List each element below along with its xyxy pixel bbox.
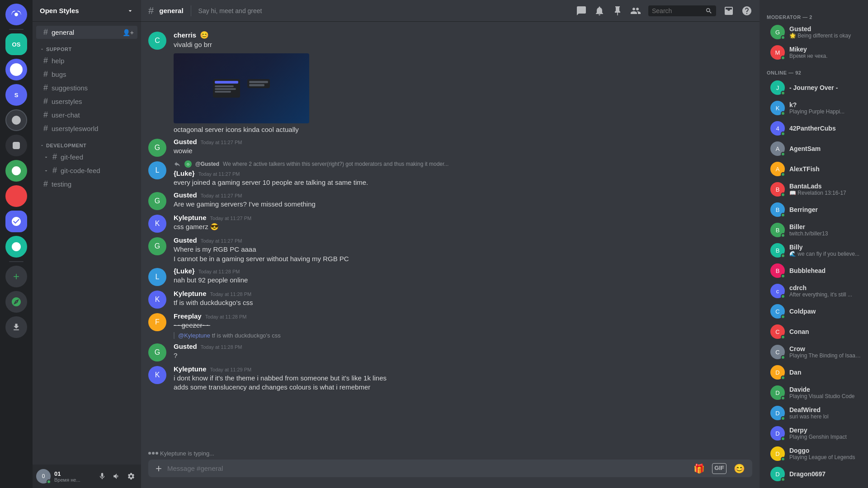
- message-image[interactable]: [174, 53, 309, 123]
- member-item-dragon0697[interactable]: D Dragon0697: [763, 464, 864, 484]
- message-author[interactable]: Gusted: [174, 191, 197, 199]
- message-author[interactable]: Kyleptune: [174, 290, 207, 297]
- server-icon-7[interactable]: [5, 211, 27, 232]
- current-user-avatar[interactable]: 0: [36, 469, 51, 483]
- server-icon-6[interactable]: [5, 185, 27, 207]
- member-item-davide[interactable]: D Davide Playing Visual Studio Code: [763, 383, 864, 403]
- member-item-dan[interactable]: D Dan: [763, 362, 864, 382]
- svg-point-0: [10, 63, 23, 76]
- channel-item-git-feed[interactable]: # git-feed: [36, 150, 137, 164]
- server-icon-8[interactable]: [5, 236, 27, 258]
- status-dot: [781, 233, 785, 238]
- server-icon-3[interactable]: [5, 109, 27, 131]
- message-header: Gusted Today at 11:28 PM: [174, 343, 752, 350]
- add-server-button[interactable]: +: [5, 266, 27, 287]
- member-item-biller[interactable]: B Biller twitch.tv/biller13: [763, 220, 864, 240]
- channel-item-testing[interactable]: # testing: [36, 178, 137, 191]
- gift-icon[interactable]: 🎁: [693, 463, 705, 474]
- pin-icon[interactable]: [612, 5, 623, 16]
- server-icon-2[interactable]: S: [5, 84, 27, 106]
- channel-item-bugs[interactable]: # bugs: [36, 68, 137, 81]
- member-item-k[interactable]: K k? Playing Purple Happi...: [763, 98, 864, 118]
- members-icon[interactable]: [630, 5, 641, 16]
- discord-home-button[interactable]: [5, 4, 27, 25]
- bell-icon[interactable]: [594, 5, 605, 16]
- member-item-bubblehead[interactable]: B Bubblehead: [763, 261, 864, 281]
- member-item-journeyover[interactable]: J - Journey Over -: [763, 78, 864, 98]
- message-timestamp: Today at 11:28 PM: [205, 314, 247, 319]
- channel-item-userstyles[interactable]: # userstyles: [36, 95, 137, 108]
- message-author[interactable]: Gusted: [174, 236, 197, 244]
- gif-button[interactable]: GIF: [712, 463, 726, 474]
- member-item-gusted[interactable]: G Gusted 🌟 Being different is okay: [763, 22, 864, 42]
- message-author[interactable]: Gusted: [174, 343, 197, 350]
- hash-icon[interactable]: [576, 5, 587, 16]
- message-author[interactable]: {Luke}: [174, 169, 195, 177]
- member-item-berringer[interactable]: B Berringer: [763, 200, 864, 220]
- message-input-box: + 🎁 GIF 😊: [148, 460, 752, 477]
- member-name: Mikey: [789, 46, 861, 53]
- message-timestamp: Today at 11:29 PM: [210, 367, 252, 372]
- inbox-icon[interactable]: [723, 5, 734, 16]
- help-icon[interactable]: [741, 5, 752, 16]
- channel-item-user-chat[interactable]: # user-chat: [36, 108, 137, 122]
- message-text-2: I cannot be in a gaming server without h…: [174, 254, 752, 264]
- message-header: Kyleptune Today at 11:28 PM: [174, 290, 752, 297]
- message-author[interactable]: Kyleptune: [174, 365, 207, 373]
- status-dot: [781, 35, 785, 40]
- member-item-agentsam[interactable]: A AgentSam: [763, 139, 864, 159]
- status-dot: [781, 56, 785, 60]
- member-item-deafwired[interactable]: D DeafWired suri was here lol: [763, 403, 864, 423]
- settings-button[interactable]: [125, 470, 137, 483]
- explore-servers-button[interactable]: [5, 291, 27, 313]
- deafen-button[interactable]: [110, 470, 123, 483]
- member-item-derpy[interactable]: D Derpy Playing Genshin Impact: [763, 423, 864, 443]
- member-avatar: D: [770, 406, 785, 420]
- emoji-button[interactable]: 😊: [734, 463, 745, 474]
- member-item-crow[interactable]: C Crow Playing The Binding of Isaac...: [763, 342, 864, 362]
- member-item-42panthercubs[interactable]: 4 42PantherCubs: [763, 118, 864, 138]
- channel-name: git-code-feed: [61, 167, 100, 174]
- message-author[interactable]: {Luke}: [174, 267, 195, 275]
- server-header[interactable]: Open Styles: [33, 0, 141, 22]
- channel-add-member-icon[interactable]: 👤+: [123, 29, 134, 36]
- member-item-billy[interactable]: B Billy 🌊 we can fly if you believe...: [763, 240, 864, 260]
- mute-button[interactable]: [96, 470, 108, 483]
- message-avatar: K: [148, 291, 166, 309]
- server-icon-1[interactable]: [5, 59, 27, 80]
- status-dot: [781, 172, 785, 177]
- download-button[interactable]: [5, 316, 27, 338]
- channel-item-general[interactable]: # general 👤+: [36, 26, 137, 39]
- channel-item-git-code-feed[interactable]: # git-code-feed: [36, 164, 137, 177]
- member-item-doggo[interactable]: D Doggo Playing League of Legends: [763, 444, 864, 464]
- message-author[interactable]: cherris: [174, 31, 196, 39]
- message-timestamp: Today at 11:27 PM: [210, 216, 252, 221]
- add-attachment-button[interactable]: +: [156, 462, 162, 475]
- reply-avatar: G: [184, 160, 192, 168]
- message-author[interactable]: Freeplay: [174, 312, 202, 320]
- category-arrow-icon: [40, 143, 44, 148]
- server-icon-openstyles[interactable]: OS: [5, 33, 27, 55]
- server-icon-5[interactable]: [5, 160, 27, 182]
- channel-item-help[interactable]: # help: [36, 54, 137, 67]
- member-item-coldpaw[interactable]: C Coldpaw: [763, 301, 864, 321]
- member-item-conan[interactable]: C Conan: [763, 322, 864, 342]
- member-name: cdrch: [789, 284, 861, 291]
- member-avatar: D: [770, 467, 785, 481]
- message-author[interactable]: Kyleptune: [174, 214, 207, 221]
- channel-item-userstylesworld[interactable]: # userstylesworld: [36, 122, 137, 135]
- channel-name: help: [52, 57, 64, 65]
- member-name: Billy: [789, 244, 861, 251]
- server-icon-4[interactable]: [5, 135, 27, 156]
- channel-item-suggestions[interactable]: # suggestions: [36, 81, 137, 94]
- server-separator: [9, 29, 24, 30]
- message-input[interactable]: [167, 460, 688, 477]
- member-item-bantalads[interactable]: B BantaLads 📖 Revelation 13:16-17: [763, 179, 864, 199]
- channel-header-name: general: [159, 7, 183, 14]
- member-item-mikey[interactable]: M Mikey Время не чека.: [763, 42, 864, 62]
- typing-dot-3: [156, 452, 158, 455]
- member-item-cdrch[interactable]: c cdrch After everything, it's still ...: [763, 281, 864, 301]
- member-item-alextfish[interactable]: A AlexTFish: [763, 159, 864, 179]
- message-author[interactable]: Gusted: [174, 138, 197, 145]
- member-info: Doggo Playing League of Legends: [789, 447, 861, 460]
